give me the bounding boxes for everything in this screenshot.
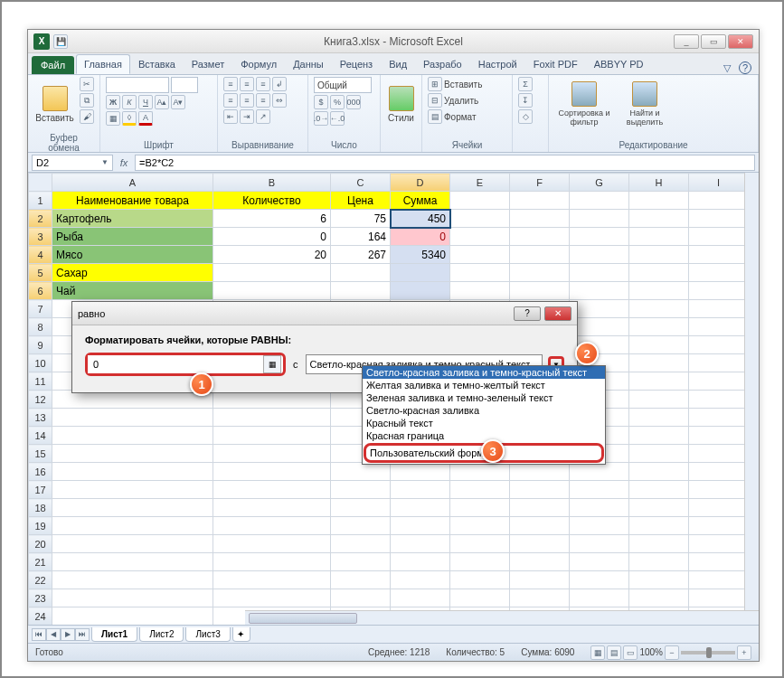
cell[interactable] — [689, 589, 749, 607]
cell[interactable] — [570, 553, 629, 571]
cell[interactable]: Цена — [331, 192, 391, 210]
col-header[interactable]: E — [450, 174, 510, 192]
cell[interactable] — [570, 517, 629, 535]
cell[interactable] — [52, 535, 213, 553]
cell[interactable] — [331, 589, 391, 607]
cell[interactable] — [689, 571, 749, 589]
cell[interactable] — [52, 481, 213, 499]
format-option[interactable]: Желтая заливка и темно-желтый текст — [363, 379, 605, 391]
font-shrink-icon[interactable]: A▾ — [171, 95, 185, 109]
cell[interactable] — [391, 264, 450, 282]
cell[interactable] — [629, 282, 689, 300]
tab-home[interactable]: Главная — [76, 54, 130, 74]
cell[interactable] — [689, 481, 749, 499]
row-header[interactable]: 1 — [29, 192, 52, 210]
cell[interactable] — [391, 535, 450, 553]
cell[interactable] — [629, 427, 689, 445]
cell[interactable] — [213, 409, 331, 427]
row-header[interactable]: 15 — [29, 445, 52, 463]
cell[interactable] — [450, 264, 510, 282]
cell[interactable]: Чай — [52, 282, 213, 300]
copy-icon[interactable]: ⧉ — [80, 93, 94, 108]
format-option[interactable]: Красная граница — [363, 429, 605, 442]
sheet-tab-new[interactable]: ✦ — [232, 627, 250, 642]
view-normal-icon[interactable]: ▦ — [590, 645, 605, 660]
tab-abbyy[interactable]: ABBYY PD — [586, 54, 652, 74]
cell[interactable] — [213, 264, 331, 282]
close-button[interactable]: ✕ — [728, 34, 753, 49]
row-header[interactable]: 5 — [29, 264, 52, 282]
sheet-tab-3[interactable]: Лист3 — [185, 627, 230, 642]
cell[interactable] — [689, 264, 749, 282]
row-header[interactable]: 18 — [29, 499, 52, 517]
col-header[interactable]: H — [629, 174, 689, 192]
font-name-select[interactable] — [106, 77, 169, 93]
cell[interactable] — [52, 409, 213, 427]
cell[interactable] — [331, 535, 391, 553]
cell[interactable] — [629, 228, 689, 246]
cell[interactable]: 267 — [331, 246, 391, 264]
autosum-icon[interactable]: Σ — [518, 77, 533, 91]
font-color-icon[interactable]: A — [138, 111, 153, 126]
sheet-nav-last[interactable]: ⏭ — [75, 628, 90, 641]
cell[interactable] — [213, 499, 331, 517]
view-break-icon[interactable]: ▭ — [623, 645, 638, 660]
row-header[interactable]: 3 — [29, 228, 52, 246]
format-painter-icon[interactable]: 🖌 — [80, 109, 94, 124]
tab-view[interactable]: Вид — [381, 54, 415, 74]
cell[interactable] — [570, 318, 629, 336]
cell[interactable]: 5340 — [391, 246, 450, 264]
tab-foxit[interactable]: Foxit PDF — [525, 54, 586, 74]
cell[interactable] — [629, 463, 689, 481]
row-header[interactable]: 14 — [29, 427, 52, 445]
col-header[interactable]: C — [331, 174, 391, 192]
cell[interactable] — [213, 463, 331, 481]
cell[interactable]: Рыба — [52, 228, 213, 246]
align-top-icon[interactable]: ≡ — [223, 77, 238, 91]
clear-icon[interactable]: ◇ — [518, 109, 533, 124]
cell[interactable] — [391, 571, 450, 589]
cell[interactable] — [391, 481, 450, 499]
col-header[interactable]: A — [52, 174, 213, 192]
cell[interactable] — [689, 391, 749, 409]
cell[interactable] — [450, 535, 510, 553]
row-header[interactable]: 19 — [29, 517, 52, 535]
format-option[interactable]: Светло-красная заливка — [363, 404, 605, 417]
zoom-slider[interactable] — [681, 651, 735, 654]
paste-button[interactable]: Вставить — [33, 77, 76, 131]
cell[interactable] — [570, 246, 629, 264]
tab-formulas[interactable]: Формул — [232, 54, 285, 74]
cell[interactable] — [689, 246, 749, 264]
col-header[interactable]: F — [510, 174, 570, 192]
cell[interactable] — [52, 445, 213, 463]
row-header[interactable]: 24 — [29, 607, 52, 626]
view-layout-icon[interactable]: ▤ — [607, 645, 621, 660]
cell[interactable] — [510, 517, 570, 535]
cell[interactable] — [689, 282, 749, 300]
cell[interactable] — [510, 589, 570, 607]
align-center-icon[interactable]: ≡ — [240, 93, 254, 108]
cell[interactable] — [450, 481, 510, 499]
cell[interactable] — [629, 264, 689, 282]
row-header[interactable]: 2 — [29, 210, 52, 228]
cell[interactable]: 0 — [391, 228, 450, 246]
cell[interactable] — [510, 535, 570, 553]
cell[interactable] — [570, 264, 629, 282]
cell[interactable] — [52, 571, 213, 589]
cell[interactable] — [570, 535, 629, 553]
font-grow-icon[interactable]: A▴ — [155, 95, 169, 109]
tab-review[interactable]: Реценз — [332, 54, 381, 74]
cell[interactable] — [52, 517, 213, 535]
formula-bar[interactable]: =B2*C2 — [135, 155, 755, 171]
cell[interactable] — [629, 318, 689, 336]
cell[interactable] — [689, 300, 749, 318]
cell[interactable]: 0 — [213, 228, 331, 246]
fill-icon[interactable]: ↧ — [518, 93, 533, 108]
cell[interactable] — [689, 409, 749, 427]
row-header[interactable]: 11 — [29, 372, 52, 391]
underline-icon[interactable]: Ч — [138, 95, 153, 109]
cell[interactable] — [689, 192, 749, 210]
cell[interactable] — [570, 463, 629, 481]
cell[interactable] — [689, 372, 749, 391]
row-header[interactable]: 6 — [29, 282, 52, 300]
